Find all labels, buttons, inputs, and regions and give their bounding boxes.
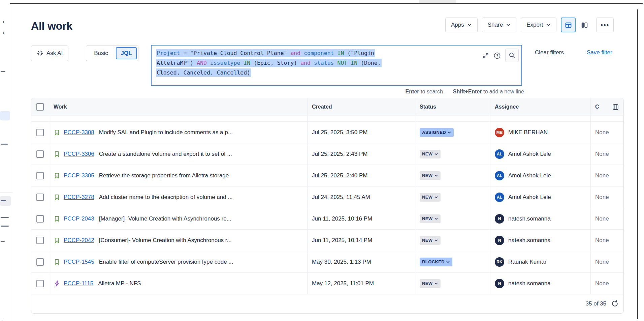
table-view-button[interactable] [561,18,576,32]
help-icon[interactable]: ? [493,52,501,59]
column-header-status[interactable]: Status [415,98,490,116]
comments-cell: None [595,129,609,136]
story-icon [54,259,60,265]
jql-input[interactable]: Project = "Private Cloud Control Plane" … [151,45,522,86]
refresh-button[interactable] [611,300,619,308]
column-header-comments[interactable]: C [595,104,599,110]
sidebar-item-hover[interactable] [0,196,11,206]
issue-summary: Enable filter of computeServer provision… [99,259,233,265]
table-header: Work Created Status Assignee C [31,98,623,116]
hint-enter-key: Enter [406,89,419,94]
columns-icon [612,104,619,111]
chevron-down-icon [434,152,438,156]
chevron-right-icon[interactable]: › [3,29,4,35]
sidebar: › › [0,4,13,321]
chevron-down-icon [446,260,450,264]
table-view-icon [565,22,572,29]
issue-key-link[interactable]: PCCP-3278 [64,194,94,201]
page-title: All work [31,20,72,32]
window-frame-right [637,9,638,319]
status-badge[interactable]: NEW [420,236,441,245]
column-header-work[interactable]: Work [49,98,308,116]
export-button[interactable]: Export [521,18,556,32]
share-button-label: Share [488,22,503,28]
avatar: AL [495,149,504,159]
status-label: NEW [422,195,433,200]
comments-cell: None [595,259,609,265]
select-all-checkbox[interactable] [36,103,44,111]
issue-key-link[interactable]: PCCP-3308 [64,129,94,136]
assignee-name: Amol Ashok Lele [508,151,551,157]
sidebar-item-fragment[interactable] [1,241,5,242]
status-label: ASSIGNED [422,130,446,135]
status-badge[interactable]: NEW [420,171,441,180]
issue-key-link[interactable]: PCCP-1545 [64,259,94,265]
column-header-assignee[interactable]: Assignee [490,98,591,116]
story-icon [54,129,60,136]
status-badge[interactable]: BLOCKED [420,258,452,266]
share-button[interactable]: Share [482,18,516,32]
created-cell: Jun 11, 2025, 10:16 PM [312,215,372,222]
row-checkbox[interactable] [36,258,44,266]
status-badge[interactable]: ASSIGNED [420,128,454,137]
issue-key-link[interactable]: PCCP-1115 [64,280,93,287]
status-label: NEW [422,151,433,156]
status-badge[interactable]: NEW [420,193,441,202]
row-checkbox[interactable] [36,150,44,158]
more-button[interactable]: ••• [596,18,614,32]
table-footer: 35 of 35 [31,294,623,313]
svg-text:?: ? [496,54,498,58]
sidebar-item-selected[interactable] [0,111,10,120]
row-checkbox[interactable] [36,237,44,244]
search-button[interactable] [505,49,519,62]
row-checkbox[interactable] [36,280,44,287]
comments-cell: None [595,237,609,244]
row-checkbox[interactable] [36,194,44,201]
issue-key-link[interactable]: PCCP-3305 [64,172,94,179]
issue-key-link[interactable]: PCCP-3306 [64,151,94,157]
sidebar-item-fragment[interactable] [1,71,5,72]
chevron-down-icon [447,130,451,135]
status-badge[interactable]: NEW [420,150,441,158]
detail-view-button[interactable] [577,18,592,32]
jql-token-plain: "Private Cloud Control Plane" [190,50,287,56]
row-checkbox[interactable] [36,215,44,223]
status-badge[interactable]: NEW [420,214,441,223]
row-checkbox[interactable] [36,172,44,179]
chevron-right-icon[interactable]: › [3,19,4,24]
columns-settings-button[interactable] [612,104,619,111]
table-row: PCCP-2042[Consumer]- Volume Creation wit… [31,230,623,251]
sidebar-item-fragment[interactable] [1,226,9,227]
status-badge[interactable]: NEW [420,279,441,288]
expand-icon[interactable] [482,52,489,59]
column-header-created[interactable]: Created [308,98,415,116]
jql-token-keyword: and [297,60,314,66]
apps-button[interactable]: Apps [445,18,478,32]
search-hint: Enter to searchShift+Enter to add a new … [151,89,524,95]
assignee-name: Raunak Kumar [508,259,546,265]
clear-filters-button[interactable]: Clear filters [535,49,564,56]
table-row: PCCP-1545Enable filter of computeServer … [31,251,623,273]
issue-summary: Alletra MP - NFS [98,280,141,287]
table-row: PCCP-1115Alletra MP - NFSMay 12, 2025, 1… [31,273,623,294]
sidebar-item-fragment[interactable] [1,144,8,145]
created-cell: Jul 24, 2025, 11:45 AM [312,194,370,201]
save-filter-button[interactable]: Save filter [587,49,612,56]
jql-selected-text: AlletraMP") AND issuetype IN (Epic, Stor… [156,59,382,67]
sidebar-divider [0,193,13,193]
basic-mode-button[interactable]: Basic [86,50,116,57]
table-row: PCCP-2043[Manager]- Volume Creation with… [31,208,623,230]
detail-view-icon [581,22,588,29]
chevron-down-icon [467,23,472,27]
sidebar-item-fragment[interactable] [1,217,9,218]
issue-key-link[interactable]: PCCP-2043 [64,215,94,222]
comments-cell: None [595,215,609,222]
window-frame-top [10,3,643,4]
issue-key-link[interactable]: PCCP-2042 [64,237,94,244]
jql-token-plain: AlletraMP") [157,60,193,66]
issue-summary: [Consumer]- Volume Creation with Asynchr… [99,237,232,244]
jql-mode-button[interactable]: JQL [116,47,137,59]
ask-ai-button[interactable]: Ask AI [31,46,68,61]
row-checkbox[interactable] [36,129,44,136]
chevron-down-icon [434,195,438,199]
